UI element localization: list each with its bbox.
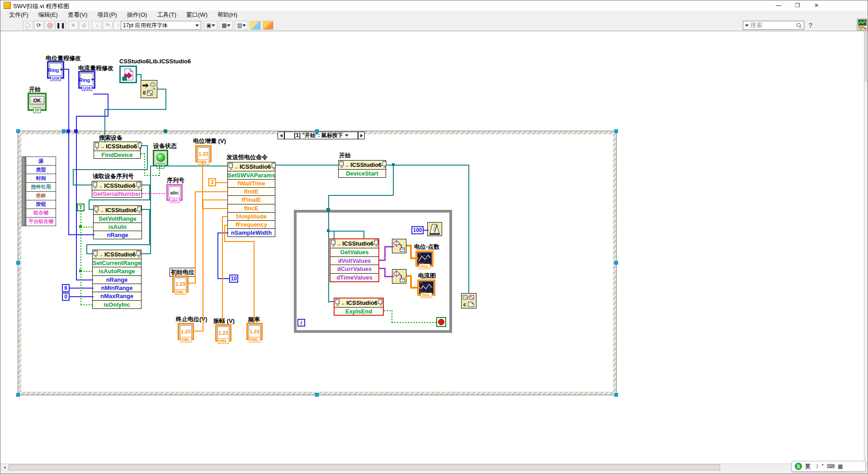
param-row[interactable]: dVoltValues bbox=[330, 257, 378, 265]
event-next-arrow[interactable] bbox=[358, 132, 365, 139]
interval-constant[interactable]: 100 bbox=[411, 226, 424, 234]
ime-fullhalf-icon[interactable]: ☽ bbox=[814, 463, 819, 469]
method-row[interactable]: ExpIsEnd bbox=[335, 308, 383, 315]
variant-to-data-1[interactable] bbox=[392, 239, 406, 253]
cleanup-diagram-button[interactable] bbox=[250, 21, 261, 30]
method-row[interactable]: SetVoltRange bbox=[94, 215, 142, 223]
param-row[interactable]: isAuto bbox=[94, 223, 142, 231]
invoke-node-device-start[interactable]: ?!→ICSStudio6?! DeviceStart bbox=[338, 160, 386, 178]
run-button[interactable] bbox=[23, 21, 33, 30]
menu-operate[interactable]: 操作(O) bbox=[122, 11, 152, 19]
menu-tools[interactable]: 工具(T) bbox=[152, 11, 181, 19]
maximize-button[interactable]: ❐ bbox=[788, 0, 807, 10]
class-constant[interactable] bbox=[119, 66, 137, 83]
increment-terminal[interactable]: 1.23 DBL bbox=[195, 145, 212, 162]
method-row[interactable]: GetValues bbox=[330, 248, 378, 257]
scroll-left-arrow[interactable]: ◂ bbox=[1, 465, 8, 470]
invoke-node-set-swva-params[interactable]: ?!→ICSStudio6?! SetSWVAParams fWaitTime … bbox=[227, 162, 275, 237]
menu-view[interactable]: 查看(V) bbox=[63, 11, 92, 19]
amplitude-terminal[interactable]: 1.23 DBL bbox=[215, 324, 231, 341]
pause-button[interactable]: ❚❚ bbox=[56, 21, 66, 30]
run-continuous-button[interactable]: ⟳ bbox=[34, 21, 44, 30]
param-row[interactable]: nMaxRange bbox=[93, 292, 141, 300]
event-prev-arrow[interactable] bbox=[278, 132, 284, 139]
frequency-terminal[interactable]: 1.23 DBL bbox=[246, 323, 263, 340]
method-row[interactable]: FindDevice bbox=[94, 151, 140, 158]
resize-objects-dropdown[interactable]: ▥ bbox=[235, 21, 248, 30]
menu-file[interactable]: 文件(F) bbox=[4, 11, 33, 19]
invoke-node-exp-is-end[interactable]: ?!→ICSStudio6?! ExpIsEnd bbox=[334, 298, 384, 316]
invoke-node-set-current-range[interactable]: ?!→ICSStudio6?! SetCurrentRange isAutoRa… bbox=[92, 250, 142, 309]
abort-button[interactable] bbox=[45, 21, 55, 30]
param-row[interactable]: fInitE bbox=[228, 188, 275, 196]
param-row[interactable]: nSampleWidth bbox=[228, 229, 275, 237]
volt-range-terminal[interactable]: Ring U16 bbox=[47, 61, 64, 79]
distribute-objects-dropdown[interactable]: ▦ bbox=[219, 21, 233, 30]
variant-to-data-2[interactable] bbox=[392, 269, 406, 284]
menu-edit[interactable]: 编辑(E) bbox=[33, 11, 63, 19]
param-row[interactable]: dTimeValues bbox=[330, 274, 378, 282]
event-data-node[interactable]: 源 类型 时间 控件引用 坐标 按钮 组合键 平台组合键 bbox=[22, 156, 56, 226]
horizontal-scrollbar-thumb[interactable] bbox=[9, 465, 720, 470]
invoke-node-find-device[interactable]: ?!→ICSStudio6?! FindDevice bbox=[94, 142, 141, 159]
step-into-button[interactable]: ↓ bbox=[92, 21, 102, 30]
param-row[interactable]: nRange bbox=[93, 276, 141, 284]
vertical-scrollbar-thumb[interactable] bbox=[864, 32, 868, 82]
help-button[interactable]: ? bbox=[806, 21, 815, 30]
param-row[interactable]: nMinRange bbox=[93, 284, 141, 292]
init-potential-terminal[interactable]: 1.23 DBL bbox=[172, 275, 189, 293]
wait-ms-function[interactable] bbox=[427, 222, 442, 236]
ime-punctuation-icon[interactable]: ❜ bbox=[822, 463, 824, 469]
ime-language-toggle[interactable]: 英 bbox=[805, 463, 811, 470]
method-row[interactable]: GetSerialNumber bbox=[92, 190, 142, 197]
class-converter-icon[interactable]: 0 bbox=[141, 80, 157, 98]
true-constant[interactable]: T bbox=[77, 204, 85, 211]
ime-keyboard-icon[interactable]: ⌨ bbox=[827, 463, 835, 469]
final-potential-terminal[interactable]: 1.23 DBL bbox=[178, 323, 194, 340]
param-row[interactable]: isAutoRange bbox=[93, 267, 141, 275]
graph-points-terminal[interactable]: 00 40 SGL bbox=[415, 251, 434, 267]
param-row[interactable]: fAmplitude bbox=[228, 213, 275, 221]
device-status-led[interactable]: TF bbox=[153, 150, 168, 166]
start-ok-terminal[interactable]: OK TF bbox=[28, 93, 47, 111]
align-objects-dropdown[interactable]: ▣ bbox=[204, 21, 217, 30]
wait-time-constant[interactable]: 3 bbox=[208, 178, 216, 186]
menu-help[interactable]: 帮助(H) bbox=[212, 11, 242, 19]
method-row[interactable]: DeviceStart bbox=[339, 170, 386, 177]
search-input[interactable]: 搜索 bbox=[743, 21, 804, 30]
nmin-constant[interactable]: 6 bbox=[62, 284, 70, 292]
menu-window[interactable]: 窗口(W) bbox=[181, 11, 212, 19]
font-selector[interactable]: 17pt 应用程序字体 bbox=[121, 21, 201, 30]
menu-project[interactable]: 项目(P) bbox=[92, 11, 122, 19]
graph-current-terminal[interactable]: 00 40 SGL bbox=[417, 280, 435, 296]
param-row[interactable]: fWaitTime bbox=[228, 180, 275, 188]
minimize-button[interactable]: — bbox=[769, 0, 788, 10]
param-row[interactable]: fFrequency bbox=[228, 221, 275, 229]
param-row[interactable]: dCurrValues bbox=[330, 265, 378, 274]
vertical-scrollbar[interactable] bbox=[864, 31, 868, 464]
retain-wire-values-button[interactable]: ⊙ bbox=[79, 21, 89, 30]
ime-toolbox-icon[interactable]: ▦ bbox=[838, 463, 843, 469]
method-row[interactable]: SetCurrentRange bbox=[93, 259, 141, 267]
highlight-execution-button[interactable]: ☀ bbox=[68, 21, 78, 30]
invoke-node-get-serial[interactable]: ?!→ICSStudio6?! GetSerialNumber bbox=[92, 181, 142, 198]
param-row[interactable]: fFinalE bbox=[228, 196, 275, 204]
variant-to-flattened-string[interactable]: / c bbox=[461, 293, 476, 308]
reorder-button[interactable] bbox=[263, 21, 274, 30]
curr-range-terminal[interactable]: Ring U16 bbox=[78, 71, 95, 89]
method-row[interactable]: SetSWVAParams bbox=[228, 171, 275, 180]
loop-condition-terminal[interactable] bbox=[436, 317, 446, 327]
nmax-constant[interactable]: 0 bbox=[62, 293, 70, 301]
param-row[interactable]: fIncE bbox=[228, 204, 275, 213]
close-button[interactable]: ✕ bbox=[807, 0, 826, 10]
sample-width-constant[interactable]: 10 bbox=[229, 275, 238, 283]
invoke-node-set-volt-range[interactable]: ?!→ICSStudio6?! SetVoltRange isAuto nRan… bbox=[93, 205, 142, 239]
param-row[interactable]: nRange bbox=[94, 231, 142, 239]
search-scope-dropdown-icon[interactable] bbox=[745, 24, 749, 27]
event-case-selector[interactable]: [1] "开始": 鼠标按下 bbox=[284, 132, 358, 139]
serial-indicator[interactable]: abc abc bbox=[166, 184, 183, 201]
loop-iteration-terminal[interactable]: i bbox=[297, 319, 305, 327]
invoke-node-get-values[interactable]: ?!→ICSStudio6?! GetValues dVoltValues dC… bbox=[330, 238, 379, 282]
sogou-logo-icon[interactable]: S bbox=[795, 463, 802, 470]
step-over-button[interactable]: ↷ bbox=[103, 21, 113, 30]
